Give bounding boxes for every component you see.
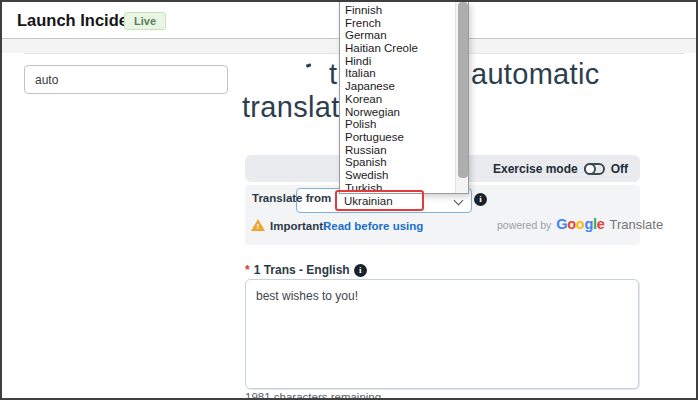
dropdown-option[interactable]: Spanish (340, 156, 468, 169)
google-translate-text: Translate (609, 217, 663, 232)
translate-from-label: Translate from (252, 192, 331, 204)
google-logo-letter: G (556, 216, 567, 232)
google-logo-letter: e (597, 216, 605, 232)
important-label: Important: (270, 220, 327, 232)
page-heading-fragment-left: t (329, 58, 337, 91)
exercise-mode-label: Exercise mode (493, 162, 578, 176)
language-listbox-items: FinnishFrenchGermanHaitian CreoleHindiIt… (340, 4, 468, 194)
translation-field-label: 1 Trans - English (254, 263, 350, 277)
dropdown-option[interactable]: French (340, 17, 468, 30)
dropdown-option[interactable]: Finnish (340, 4, 468, 17)
dropdown-option[interactable]: Korean (340, 93, 468, 106)
toggle-knob-icon (584, 163, 596, 175)
google-logo-letter: o (567, 216, 576, 232)
translation-textarea[interactable]: best wishes to you! (245, 279, 639, 389)
page-heading-fragment-line2: translat (242, 91, 340, 124)
read-before-using-link[interactable]: Read before using (323, 220, 423, 232)
exercise-mode-toggle[interactable] (584, 163, 605, 175)
app-window: Launch Incident Live t automatic transla… (0, 0, 698, 400)
dropdown-option[interactable]: Haitian Creole (340, 42, 468, 55)
dropdown-option[interactable]: Norwegian (340, 106, 468, 119)
page-heading-fragment-right: automatic (471, 58, 599, 91)
dropdown-option[interactable]: Hindi (340, 55, 468, 68)
heading-partial-mark (306, 63, 312, 67)
characters-remaining-text: 1981 characters remaining (245, 391, 381, 400)
source-language-input[interactable] (24, 65, 228, 94)
live-status-badge: Live (124, 12, 166, 30)
dropdown-option[interactable]: Swedish (340, 169, 468, 182)
google-attribution: powered by Google Translate (497, 216, 663, 232)
translation-field-info-icon[interactable]: i (354, 264, 367, 277)
google-logo: Google (556, 216, 604, 232)
translation-field-header: * 1 Trans - English i (245, 263, 367, 277)
google-logo-letter: g (584, 216, 593, 232)
exercise-mode-state: Off (611, 162, 628, 176)
required-marker: * (245, 263, 250, 277)
dropdown-option[interactable]: Russian (340, 144, 468, 157)
language-listbox: FinnishFrenchGermanHaitian CreoleHindiIt… (339, 2, 469, 194)
dropdown-option[interactable]: German (340, 29, 468, 42)
translate-from-info-icon[interactable]: i (474, 193, 487, 206)
listbox-scrollbar-thumb[interactable] (458, 2, 468, 178)
powered-by-text: powered by (497, 219, 551, 231)
dropdown-option[interactable]: Portuguese (340, 131, 468, 144)
dropdown-option[interactable]: Polish (340, 118, 468, 131)
dropdown-option[interactable]: Japanese (340, 80, 468, 93)
warning-exclamation-glyph: ! (257, 222, 260, 231)
red-highlight-annotation (335, 190, 424, 211)
dropdown-option[interactable]: Italian (340, 67, 468, 80)
listbox-scrollbar-track[interactable] (455, 2, 468, 193)
